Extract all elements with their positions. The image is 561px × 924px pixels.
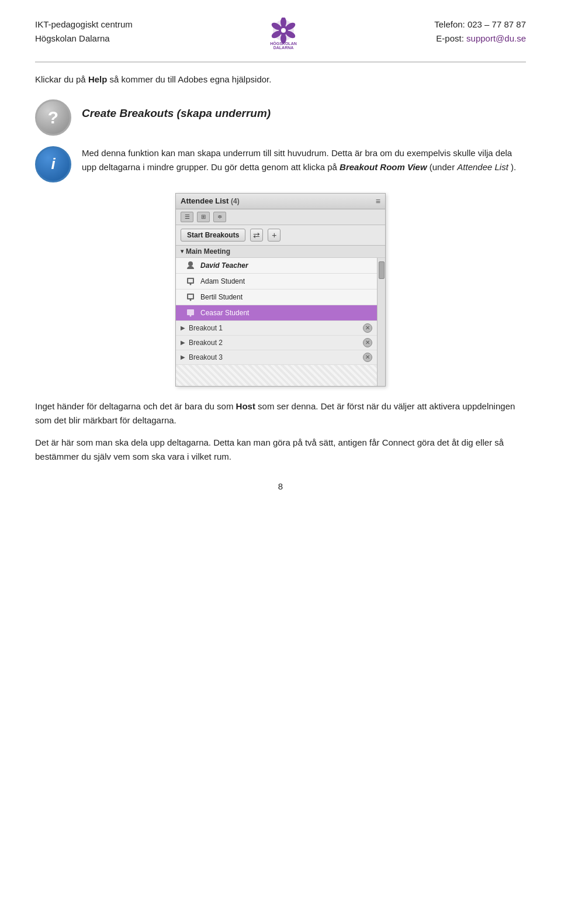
student-icon-adam [185,276,196,287]
ui-sort-icon[interactable]: ≑ [213,212,226,222]
shuffle-icon[interactable]: ⇄ [250,229,263,242]
breakout-close-3[interactable]: ✕ [363,353,372,362]
teacher-icon [185,260,196,271]
right-scrollbar[interactable] [377,258,385,386]
info-icon: i [35,146,71,182]
start-breakouts-row: Start Breakouts ⇄ + [176,225,385,246]
add-icon[interactable]: + [268,229,280,242]
scroll-thumb[interactable] [379,261,385,279]
attendees-body: David Teacher Adam Student Bertil Studen… [176,258,385,386]
hd-logo-icon: HÖGSKOLAN DALARNA [266,18,301,50]
breakout-close-2[interactable]: ✕ [363,338,372,347]
breakout-arrow-1: ▶ [181,325,185,331]
svg-point-11 [188,261,193,266]
attendee-name-bertil: Bertil Student [200,293,372,301]
create-breakouts-title: Create Breakouts (skapa underrum) [82,99,271,122]
svg-rect-13 [188,279,193,282]
student-icon-ceasar [185,308,196,318]
start-breakouts-button[interactable]: Start Breakouts [181,229,245,242]
svg-rect-19 [188,311,193,314]
svg-point-8 [281,28,286,33]
breakout-row-1: ▶ Breakout 1 ✕ [176,321,377,336]
student-icon-bertil [185,292,196,302]
breakout-label-2: Breakout 2 [189,339,359,347]
info-section: i Med denna funktion kan man skapa under… [35,146,526,182]
page-number: 8 [35,481,526,491]
ui-mockup: Attendee List (4) ≡ ☰ ⊞ ≑ Start Breakout… [175,193,386,387]
page-header: IKT-pedagogiskt centrum Högskolan Dalarn… [35,18,526,50]
header-left: IKT-pedagogiskt centrum Högskolan Dalarn… [35,18,133,46]
breakout-label-1: Breakout 1 [189,324,359,332]
question-icon: ? [35,99,71,136]
breakout-close-1[interactable]: ✕ [363,323,372,333]
svg-point-17 [190,299,192,301]
svg-rect-16 [188,295,193,298]
after-text-2: Det är här som man ska dela upp deltagar… [35,436,526,464]
header-divider [35,61,526,63]
main-meeting-header: ▾ Main Meeting [176,246,385,258]
attendee-row-bertil: Bertil Student [176,289,377,305]
breakout-row-3: ▶ Breakout 3 ✕ [176,350,377,365]
org-name: IKT-pedagogiskt centrum [35,18,133,32]
ui-header: Attendee List (4) ≡ [176,194,385,209]
attendee-name-adam: Adam Student [200,277,372,285]
info-text: Med denna funktion kan man skapa underru… [82,146,526,174]
svg-point-20 [190,315,192,316]
breakout-arrow-2: ▶ [181,339,185,346]
breakout-label-3: Breakout 3 [189,353,359,361]
email-link[interactable]: support@du.se [466,33,526,43]
attendee-name-ceasar: Ceasar Student [200,309,372,317]
email-label: E-post: support@du.se [434,32,526,46]
ui-title: Attendee List (4) [181,196,240,205]
chevron-down-icon: ▾ [181,248,183,254]
breakout-row-2: ▶ Breakout 2 ✕ [176,336,377,350]
attendee-name-david: David Teacher [200,261,372,270]
svg-text:DALARNA: DALARNA [273,46,294,50]
school-name: Högskolan Dalarna [35,32,133,46]
phone-label: Telefon: 023 – 77 87 87 [434,18,526,32]
ui-menu-icon[interactable]: ≡ [376,196,380,206]
ui-list-icon[interactable]: ☰ [181,212,193,222]
svg-text:HÖGSKOLAN: HÖGSKOLAN [270,41,297,46]
attendees-list: David Teacher Adam Student Bertil Studen… [176,258,377,386]
attendee-row-ceasar: Ceasar Student [176,305,377,321]
attendee-row-adam: Adam Student [176,274,377,289]
svg-point-14 [190,283,192,285]
logo-wrap: HÖGSKOLAN DALARNA [266,18,301,50]
empty-area [176,365,377,386]
ui-toolbar: ☰ ⊞ ≑ [176,209,385,225]
header-right: Telefon: 023 – 77 87 87 E-post: support@… [434,18,526,46]
intro-text: Klickar du på Help så kommer du till Ado… [35,73,526,87]
attendee-row-david: David Teacher [176,258,377,274]
breakout-arrow-3: ▶ [181,354,185,360]
ui-grid-icon[interactable]: ⊞ [197,212,210,222]
after-text-1: Inget händer för deltagarna och det är b… [35,399,526,427]
create-breakouts-section: ? Create Breakouts (skapa underrum) [35,99,526,136]
ui-count: (4) [231,197,240,205]
